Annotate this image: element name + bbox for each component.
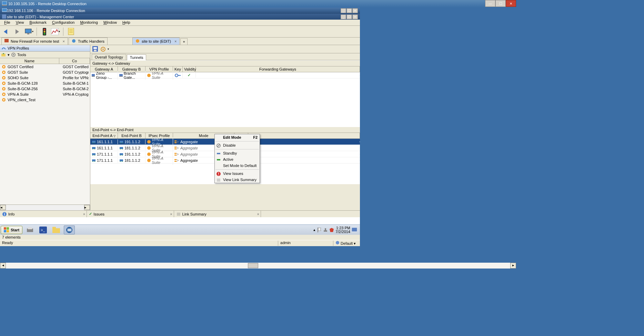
dropdown-icon[interactable]: ▾	[8, 53, 10, 57]
ctx-standby[interactable]: Standby	[215, 150, 260, 156]
save-icon[interactable]	[92, 46, 99, 52]
col-validity[interactable]: Validity	[183, 66, 196, 72]
flag-icon[interactable]	[317, 228, 322, 232]
app-max-button[interactable]: ☐	[346, 14, 352, 19]
svg-point-61	[122, 149, 123, 149]
ctx-disable[interactable]: Disable	[215, 142, 260, 148]
chart-button[interactable]: ▾	[51, 27, 60, 36]
gateway-section-header: Gateway <-> Gateway	[90, 60, 360, 66]
sidebar-item[interactable]: SOHO SuiteProfile for VPNs tha	[0, 75, 90, 81]
taskbar-item-printer[interactable]	[24, 225, 36, 234]
svg-point-17	[136, 39, 139, 43]
ctx-view-link[interactable]: View Link Summary	[215, 177, 260, 183]
ctx-edit-mode[interactable]: Edit ModeF2	[215, 134, 260, 140]
new-tab-button[interactable]: +	[180, 38, 187, 45]
bottom-tab-info[interactable]: iInfo×	[0, 211, 87, 217]
tools-label[interactable]: Tools	[17, 53, 26, 57]
close-button[interactable]: ✕	[506, 0, 516, 7]
svg-rect-111	[70, 229, 71, 231]
issues-icon: !	[216, 171, 221, 176]
status-default-dropdown[interactable]: Default ▾	[333, 241, 358, 246]
profile-icon	[1, 92, 6, 97]
maximize-button[interactable]: ☐	[495, 0, 506, 7]
inner-max-button[interactable]: ☐	[346, 8, 352, 13]
tray-clock[interactable]: 1:23 PM7/2/2014	[335, 226, 350, 234]
svg-rect-82	[174, 161, 177, 162]
col-forwarding[interactable]: Forwarding Gateways	[196, 66, 360, 72]
tray-expand-icon[interactable]: ▴	[313, 228, 315, 232]
inner-close-button[interactable]: ×	[352, 8, 358, 13]
bottom-tab-link[interactable]: Link Summary×	[174, 211, 261, 217]
ctx-active[interactable]: Active	[215, 156, 260, 162]
minimize-button[interactable]: —	[485, 0, 495, 7]
gear-icon[interactable]	[11, 52, 16, 57]
ctx-set-default[interactable]: Set Mode to Default	[215, 162, 260, 169]
taskbar-item-mgmt[interactable]	[64, 225, 75, 234]
col-endpoint-a[interactable]: End-Point A ▽	[90, 133, 118, 138]
rdp-icon	[2, 1, 7, 6]
app-min-button[interactable]: _	[341, 14, 346, 19]
show-desktop-icon[interactable]	[352, 228, 357, 232]
bottom-tab-issues[interactable]: ✓Issues×	[87, 211, 174, 217]
menu-window[interactable]: Window	[101, 20, 119, 25]
back-button[interactable]	[2, 27, 12, 36]
svg-rect-103	[28, 227, 32, 229]
tab-tunnels[interactable]: Tunnels	[127, 54, 147, 60]
sidebar-item[interactable]: GOST CertifiedGOST Certified Cry	[0, 64, 90, 70]
col-comment[interactable]: Co	[59, 58, 90, 64]
traffic-icon	[72, 39, 77, 44]
taskbar-item-explorer[interactable]	[51, 225, 62, 234]
traffic-light-button[interactable]	[40, 27, 49, 36]
col-key[interactable]: Key	[173, 66, 183, 72]
svg-rect-109	[68, 229, 69, 231]
tab-site-to-site[interactable]: site to site (EDIT)×	[132, 38, 180, 45]
tab-close-icon[interactable]: ×	[63, 39, 65, 43]
gateway-row[interactable]: Zeno Group -...Branch Gate...VPN-A Suite…	[90, 72, 360, 78]
sidebar-item[interactable]: VPN-A SuiteVPN-A Cryptograph	[0, 92, 90, 97]
sidebar-hscroll[interactable]: ◂▸	[0, 204, 90, 210]
svg-rect-106	[52, 228, 60, 233]
forward-button[interactable]	[13, 27, 23, 36]
tab-close-icon[interactable]: ×	[83, 212, 85, 216]
sidebar-item[interactable]: Suite-B-GCM-256Suite-B-GCM-256 C	[0, 86, 90, 92]
monitor-button[interactable]: ▾	[24, 27, 34, 36]
menu-file[interactable]: File	[2, 20, 12, 25]
sidebar-item[interactable]: VPN_client_Test	[0, 97, 90, 103]
menu-help[interactable]: Help	[120, 20, 132, 25]
svg-point-20	[13, 54, 14, 55]
inner-min-button[interactable]: _	[341, 8, 346, 13]
col-name[interactable]: Name	[0, 58, 59, 64]
start-button[interactable]: Start	[1, 226, 22, 234]
svg-rect-1	[2, 5, 7, 6]
outer-hscroll[interactable]: ◂▸	[0, 263, 516, 269]
statusbar-main: Ready admin Default ▾	[0, 240, 360, 246]
tab-traffic[interactable]: Traffic Handlers	[69, 38, 108, 45]
ctx-view-issues[interactable]: !View Issues	[215, 170, 260, 177]
tab-overall-topology[interactable]: Overall Topology	[92, 54, 126, 60]
settings-gear-icon[interactable]	[100, 46, 106, 52]
tab-close-icon[interactable]: ×	[257, 212, 259, 216]
col-endpoint-b[interactable]: End-Point B	[118, 133, 145, 138]
up-folder-icon[interactable]	[1, 52, 6, 57]
menu-monitoring[interactable]: Monitoring	[78, 20, 100, 25]
svg-rect-72	[174, 153, 177, 154]
sidebar-item[interactable]: GOST SuiteGOST Cryptograph	[0, 70, 90, 75]
svg-rect-59	[120, 147, 123, 149]
tab-firewall[interactable]: New Firewall For remote test×	[1, 38, 68, 45]
network-tray-icon[interactable]	[323, 228, 328, 232]
tab-close-icon[interactable]: ×	[174, 39, 177, 43]
taskbar-item-powershell[interactable]: >_	[38, 225, 49, 234]
tab-close-icon[interactable]: ×	[170, 212, 172, 216]
security-tray-icon[interactable]	[329, 228, 334, 232]
app-close-button[interactable]: ×	[352, 14, 358, 19]
svg-rect-64	[174, 148, 177, 149]
sidebar-item[interactable]: Suite-B-GCM-128Suite-B-GCM-128 C	[0, 81, 90, 86]
svg-point-60	[120, 149, 121, 149]
menu-view[interactable]: View	[14, 20, 26, 25]
svg-rect-74	[92, 159, 95, 161]
menu-configuration[interactable]: Configuration	[50, 20, 77, 25]
notes-button[interactable]	[66, 27, 76, 36]
menu-bookmark[interactable]: Bookmark	[27, 20, 49, 25]
folder-icon	[52, 227, 60, 233]
svg-rect-101	[7, 230, 9, 232]
